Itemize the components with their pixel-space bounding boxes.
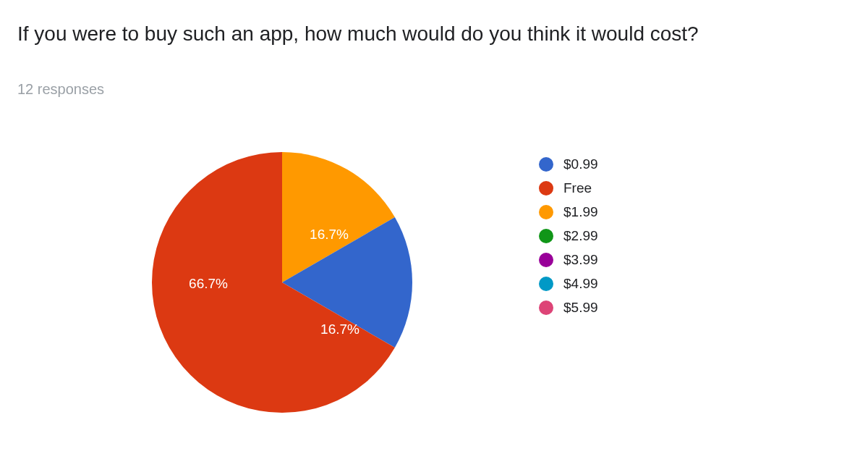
legend: $0.99 Free $1.99 $2.99 $3.99 $4.99 $5.99: [539, 152, 598, 319]
legend-item-1-99: $1.99: [539, 200, 598, 224]
legend-item-3-99: $3.99: [539, 248, 598, 272]
slice-label-orange: 16.7%: [310, 227, 349, 242]
chart-title: If you were to buy such an app, how much…: [17, 20, 851, 48]
legend-label: $2.99: [563, 228, 598, 244]
legend-item-free: Free: [539, 176, 598, 200]
legend-swatch: [539, 277, 553, 291]
legend-swatch: [539, 157, 553, 172]
legend-label: $3.99: [563, 252, 598, 268]
legend-label: Free: [563, 180, 592, 196]
legend-label: $5.99: [563, 300, 598, 316]
legend-item-5-99: $5.99: [539, 295, 598, 319]
legend-item-4-99: $4.99: [539, 272, 598, 295]
slice-label-blue: 16.7%: [320, 321, 359, 337]
legend-item-2-99: $2.99: [539, 224, 598, 248]
slice-label-red: 66.7%: [189, 276, 228, 291]
response-count: 12 responses: [17, 81, 104, 98]
pie-chart: 16.7% 16.7% 66.7%: [145, 145, 420, 420]
legend-label: $1.99: [563, 204, 598, 220]
legend-item-0-99: $0.99: [539, 152, 598, 176]
chart-container: If you were to buy such an app, how much…: [0, 0, 868, 475]
legend-swatch: [539, 253, 553, 267]
legend-swatch: [539, 300, 553, 315]
legend-label: $0.99: [563, 156, 598, 172]
legend-swatch: [539, 181, 553, 196]
legend-swatch: [539, 229, 553, 243]
legend-label: $4.99: [563, 276, 598, 292]
legend-swatch: [539, 205, 553, 219]
